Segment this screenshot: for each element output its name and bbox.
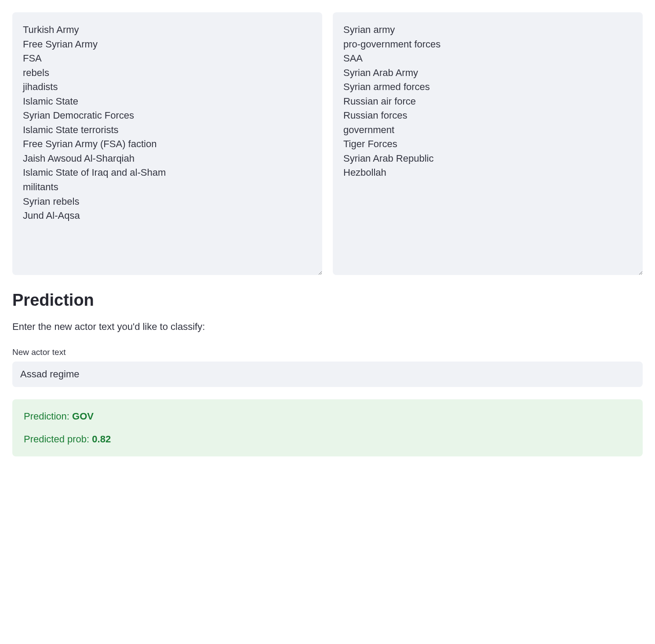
prediction-label-line: Prediction: GOV xyxy=(24,411,631,422)
actor-text-input[interactable] xyxy=(12,362,643,387)
prediction-prob-prefix: Predicted prob: xyxy=(24,434,92,445)
prediction-heading: Prediction xyxy=(12,291,643,310)
prediction-prob-value: 0.82 xyxy=(92,434,111,445)
prediction-prob-line: Predicted prob: 0.82 xyxy=(24,434,631,445)
instruction-text: Enter the new actor text you'd like to c… xyxy=(12,321,643,333)
input-label: New actor text xyxy=(12,347,643,357)
left-list-textarea[interactable]: Turkish Army Free Syrian Army FSA rebels… xyxy=(12,12,322,275)
lists-row: Turkish Army Free Syrian Army FSA rebels… xyxy=(12,12,643,275)
prediction-result-box: Prediction: GOV Predicted prob: 0.82 xyxy=(12,399,643,456)
prediction-label-prefix: Prediction: xyxy=(24,411,72,422)
prediction-label-value: GOV xyxy=(72,411,94,422)
right-list-textarea[interactable]: Syrian army pro-government forces SAA Sy… xyxy=(333,12,643,275)
